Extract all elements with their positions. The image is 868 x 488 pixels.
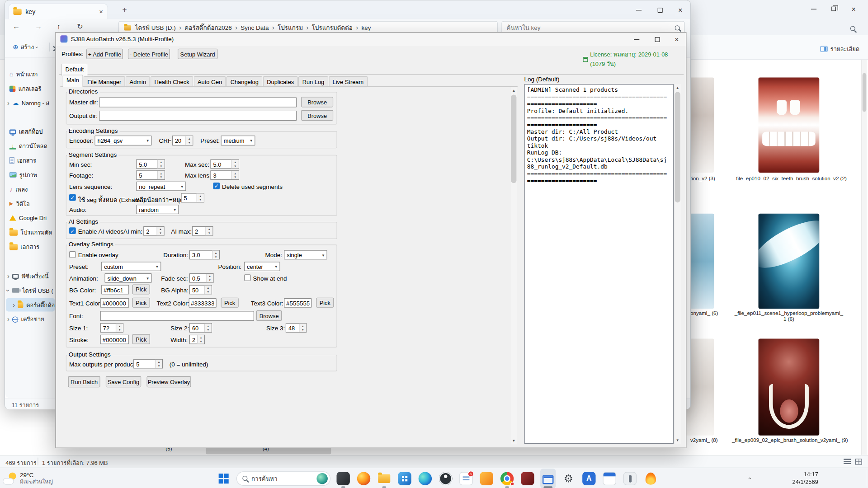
tray-chevron-icon[interactable]: › [746,477,752,479]
size1-stepper[interactable]: 72▲▼ [100,323,123,333]
chevron-right-icon[interactable]: › [7,273,9,280]
sidebar-item-folder[interactable]: เอกสาร [6,240,55,253]
log-box[interactable]: [ADMIN] Scanned 1 products =============… [524,84,674,444]
file-label[interactable]: _file_ep010_02_six_teeth_brush_solution_… [732,175,848,181]
min-sec-stepper[interactable]: 5.0▲▼ [136,160,165,169]
taskbar-obs[interactable] [438,469,453,488]
file-thumbnail-teeth-jaw[interactable] [759,338,820,435]
sidebar-item-pictures[interactable]: รูปภาพ [6,168,55,181]
text2-color-input[interactable] [189,298,217,308]
forward-arrow-icon[interactable]: → [35,23,42,30]
taskbar-calendar-app[interactable] [602,469,617,488]
run-batch-button[interactable]: Run Batch [68,376,100,387]
master-dir-browse-button[interactable]: Browse [301,97,333,107]
taskbar-orange-app[interactable] [479,469,494,488]
text3-pick-button[interactable]: Pick [316,298,334,308]
preset-select[interactable]: medium▼ [221,136,255,145]
close-button[interactable]: × [844,0,863,18]
sidebar-item-folder[interactable]: โปรแกรมตัด [6,226,55,239]
stepper-arrows[interactable]: ▲▼ [185,136,193,145]
show-at-end-checkbox[interactable] [244,274,251,281]
up-arrow-icon[interactable]: ↑ [57,23,61,30]
tab-auto-gen[interactable]: Auto Gen [193,76,226,87]
save-config-button[interactable]: Save Config [106,376,141,387]
file-thumbnail-teeth-xray[interactable] [759,214,820,309]
fade-sec-stepper[interactable]: 0.5▲▼ [189,273,214,283]
breadcrumb[interactable]: โปรแกรมตัดต่อ [312,23,353,33]
scrollbar-thumb[interactable] [675,92,680,202]
position-select[interactable]: center▼ [244,262,280,271]
delete-profile-button[interactable]: - Delete Profile [128,49,170,59]
stroke-width-stepper[interactable]: 2▲▼ [189,335,205,344]
scroll-up-icon[interactable]: ▲ [510,87,517,94]
encoder-select[interactable]: h264_qsv▼ [94,136,151,145]
breadcrumb[interactable]: คอร์สดึ๊กด้อก2026 [184,23,231,33]
sidebar-item-onedrive[interactable]: ›☁Narong - ส่ [6,96,55,109]
bg-alpha-stepper[interactable]: 50▲▼ [189,285,212,295]
text3-color-input[interactable] [284,298,311,308]
taskbar-store[interactable] [397,469,412,488]
minimize-button[interactable] [628,2,650,19]
taskbar-app-dark[interactable] [335,469,351,488]
bg-color-input[interactable] [101,285,129,295]
font-input[interactable] [100,311,254,321]
preview-overlay-button[interactable]: Preview Overlay [146,376,191,387]
ai-max-stepper[interactable]: 2▲▼ [192,226,213,236]
sidebar-item-network[interactable]: ›เครือข่าย [6,313,55,326]
chevron-right-icon[interactable]: › [7,99,9,106]
tab-live-stream[interactable]: Live Stream [329,76,368,87]
mode-select[interactable]: single▼ [284,250,327,259]
chevron-down-icon[interactable]: › [6,289,11,291]
font-browse-button[interactable]: Browse [256,310,282,321]
tab-run-log[interactable]: Run Log [298,76,328,87]
taskbar-chrome[interactable] [499,469,514,488]
output-dir-browse-button[interactable]: Browse [301,110,333,121]
chevron-right-icon[interactable]: › [13,301,15,308]
size2-stepper[interactable]: 60▲▼ [189,323,212,333]
sidebar-item-desktop[interactable]: เดสก์ท็อป [6,125,55,138]
chevron-right-icon[interactable]: › [7,316,9,323]
taskbar-notes-app[interactable]: A [458,469,474,488]
taskbar-settings[interactable]: ⚙ [561,469,576,488]
breadcrumb[interactable]: โปรแกรม [278,23,303,33]
sidebar-item-home[interactable]: ⌂หน้าแรก [6,67,55,80]
minimize-button[interactable] [627,33,646,46]
file-label[interactable]: _file_ep011_scene1_hyperloop_problemyaml… [733,310,844,322]
text1-pick-button[interactable]: Pick [132,298,150,308]
duration-stepper[interactable]: 3.0▲▼ [189,250,220,259]
sidebar-item-this-pc[interactable]: ›พีซีเครื่องนี้ [6,269,55,282]
close-tab-icon[interactable]: × [99,8,103,15]
scrollbar-thumb[interactable] [863,73,867,112]
back-scrollbar[interactable] [861,60,867,455]
autobatch-titlebar[interactable]: SJ88 AutoBatch v26.5.3 (Multi-Profile) × [56,33,686,46]
details-pane-button[interactable]: รายละเอียด [821,42,865,55]
sidebar-item-documents[interactable]: เอกสาร [6,154,55,167]
taskbar-red-app[interactable] [520,469,535,488]
bg-color-pick-button[interactable]: Pick [132,284,150,294]
ai-min-stepper[interactable]: 2▲▼ [143,226,165,236]
sidebar-item-usb-drive[interactable]: ›ไดรฟ์ USB ( [6,284,55,297]
max-outputs-stepper[interactable]: 5▲▼ [133,359,163,369]
sidebar-item-course-folder[interactable]: ›คอร์สดึ๊กด้อ [6,298,55,311]
stroke-pick-button[interactable]: Pick [132,334,150,344]
breadcrumb[interactable]: key [362,24,371,31]
form-scrollbar[interactable]: ▲ ▼ [510,87,517,444]
taskbar-edge[interactable] [417,469,433,488]
breadcrumb[interactable]: Sync Data [241,24,269,31]
max-lens-stepper[interactable]: 3▲▼ [210,170,239,180]
remain-stepper[interactable]: 5▲▼ [181,193,204,202]
overlay-preset-select[interactable]: custom▼ [101,262,161,271]
sidebar-item-downloads[interactable]: ↓ดาวน์โหลด [6,140,55,153]
file-label[interactable]: onyaml_ (6) [690,310,740,316]
taskbar-search[interactable]: การค้นหา [236,471,330,486]
tab-admin[interactable]: Admin [126,76,150,87]
tab-changelog[interactable]: Changelog [226,76,262,87]
taskbar-autobatch-active[interactable] [540,469,556,488]
refresh-icon[interactable]: ↻ [77,23,83,30]
sidebar-item-gallery[interactable]: แกลเลอรี [6,82,55,95]
new-button[interactable]: ⊕ สร้าง › [9,40,45,53]
start-button[interactable] [216,469,231,488]
taskbar-file-explorer[interactable] [377,469,392,488]
text1-color-input[interactable] [100,298,129,308]
lens-sequence-select[interactable]: no_repeat▼ [136,182,186,191]
